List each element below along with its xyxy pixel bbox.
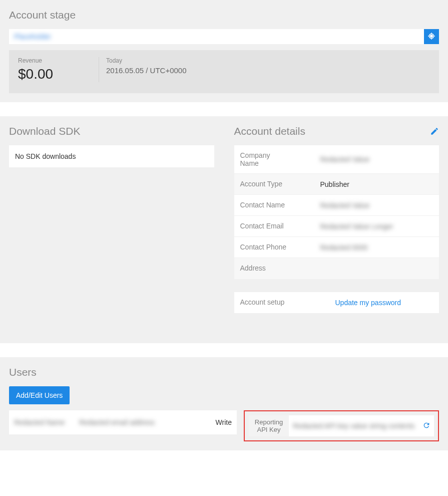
detail-row-contact-name: Contact Name Redacted Value — [234, 195, 439, 216]
account-details-column: Account details Company Name Redacted Va… — [234, 125, 439, 313]
account-search-input[interactable]: Placeholder — [9, 29, 424, 44]
contact-phone-value: Redacted 0000 — [314, 237, 439, 258]
users-panel: Users Add/Edit Users Redacted Name Redac… — [0, 357, 448, 450]
revenue-block: Revenue $0.00 — [14, 57, 99, 82]
users-title: Users — [9, 366, 439, 378]
account-type-label: Account Type — [234, 174, 314, 194]
update-password-link[interactable]: Update my password — [335, 299, 401, 307]
today-label: Today — [106, 57, 187, 64]
account-type-value: Publisher — [314, 174, 439, 194]
contact-email-label: Contact Email — [234, 216, 314, 236]
company-name-label: Company Name — [234, 145, 314, 173]
reporting-api-key-box: Reporting API Key Redacted API key value… — [244, 410, 439, 441]
account-stage-panel: Account stage Placeholder Revenue $0.00 … — [0, 0, 448, 102]
account-details-list: Company Name Redacted Value Account Type… — [234, 145, 439, 313]
contact-name-value: Redacted Value — [314, 195, 439, 215]
detail-row-contact-phone: Contact Phone Redacted 0000 — [234, 237, 439, 258]
download-sdk-title: Download SDK — [9, 125, 80, 137]
add-edit-users-button[interactable]: Add/Edit Users — [9, 386, 70, 404]
today-block: Today 2016.05.05 / UTC+0000 — [99, 57, 191, 82]
refresh-icon — [422, 421, 430, 431]
contact-phone-label: Contact Phone — [234, 237, 314, 258]
account-search-button[interactable] — [424, 29, 439, 44]
detail-row-account-type: Account Type Publisher — [234, 174, 439, 195]
edit-account-details-button[interactable] — [430, 127, 439, 136]
reporting-api-key-value: Redacted API key value string contents — [289, 415, 419, 436]
account-stats-row: Revenue $0.00 Today 2016.05.05 / UTC+000… — [9, 50, 439, 93]
download-sdk-empty: No SDK downloads — [9, 145, 214, 167]
today-value: 2016.05.05 / UTC+0000 — [106, 66, 187, 75]
user-name-cell: Redacted Name — [14, 418, 79, 426]
sdk-details-panel: Download SDK No SDK downloads Account de… — [0, 116, 448, 343]
pencil-icon — [430, 129, 439, 137]
target-icon — [427, 32, 436, 42]
account-search-row: Placeholder — [9, 29, 439, 44]
company-name-value: Redacted Value — [314, 145, 439, 173]
revenue-value: $0.00 — [18, 66, 95, 82]
users-table-row: Redacted Name Redacted email address Wri… — [9, 410, 237, 434]
detail-row-account-setup: Account setup Update my password — [234, 292, 439, 313]
detail-spacer — [234, 279, 439, 292]
account-stage-title: Account stage — [9, 9, 439, 21]
refresh-api-key-button[interactable] — [419, 415, 434, 436]
account-details-title: Account details — [234, 125, 305, 137]
contact-name-label: Contact Name — [234, 195, 314, 215]
user-permission-cell: Write — [202, 418, 232, 426]
address-label: Address — [234, 258, 314, 279]
account-setup-label: Account setup — [234, 292, 329, 313]
contact-email-value: Redacted Value Longer — [314, 216, 439, 236]
detail-row-contact-email: Contact Email Redacted Value Longer — [234, 216, 439, 237]
download-sdk-column: Download SDK No SDK downloads — [9, 125, 214, 313]
account-setup-value: Update my password — [329, 292, 439, 313]
account-search-value: Placeholder — [14, 33, 51, 41]
detail-row-address: Address — [234, 258, 439, 279]
users-area: Redacted Name Redacted email address Wri… — [9, 410, 439, 441]
user-email-cell: Redacted email address — [79, 418, 202, 426]
reporting-api-key-label: Reporting API Key — [249, 415, 289, 436]
revenue-label: Revenue — [18, 57, 95, 64]
address-value — [314, 258, 439, 279]
detail-row-company: Company Name Redacted Value — [234, 145, 439, 174]
